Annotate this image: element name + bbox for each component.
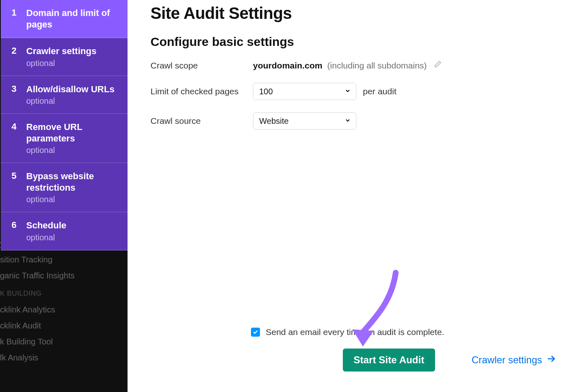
start-site-audit-button[interactable]: Start Site Audit (343, 349, 435, 371)
step-title: Allow/disallow URLs (26, 84, 121, 95)
step-subtitle: optional (26, 96, 121, 106)
step-title: Bypass website restrictions (26, 171, 121, 193)
crawl-source-row: Crawl source Website (150, 112, 556, 130)
wizard-step-domain-limit[interactable]: 1 Domain and limit of pages (1, 0, 128, 38)
next-link-label: Crawler settings (472, 354, 542, 366)
step-subtitle: optional (26, 195, 121, 204)
step-subtitle: optional (26, 59, 121, 68)
crawl-scope-note: (including all subdomains) (327, 61, 427, 70)
wizard-step-bypass-restrictions[interactable]: 5 Bypass website restrictions optional (1, 163, 128, 212)
wizard-step-schedule[interactable]: 6 Schedule optional (1, 212, 128, 251)
step-number: 3 (11, 84, 19, 106)
limit-pages-row: Limit of checked pages 100 per audit (150, 83, 556, 100)
step-title: Schedule (26, 220, 121, 231)
chevron-down-icon (344, 116, 351, 126)
crawl-source-select[interactable]: Website (253, 112, 356, 130)
crawl-source-label: Crawl source (150, 116, 253, 126)
step-subtitle: optional (26, 233, 121, 242)
wizard-step-remove-url-params[interactable]: 4 Remove URL parameters optional (1, 114, 128, 163)
step-subtitle: optional (26, 146, 121, 155)
arrow-right-icon (546, 354, 556, 366)
crawl-scope-value: yourdomain.com (including all subdomains… (253, 60, 442, 71)
wizard-step-list: 1 Domain and limit of pages 2 Crawler se… (1, 0, 128, 251)
crawler-settings-link[interactable]: Crawler settings (472, 354, 556, 366)
settings-footer: Send an email every time an audit is com… (128, 327, 579, 371)
crawl-scope-row: Crawl scope yourdomain.com (including al… (150, 60, 556, 71)
email-notification-row: Send an email every time an audit is com… (251, 327, 556, 337)
step-title: Domain and limit of pages (26, 7, 121, 30)
step-title: Crawler settings (26, 46, 121, 57)
wizard-step-crawler-settings[interactable]: 2 Crawler settings optional (1, 38, 128, 76)
step-number: 4 (11, 121, 19, 155)
crawl-scope-domain: yourdomain.com (253, 61, 322, 70)
wizard-step-allow-disallow-urls[interactable]: 3 Allow/disallow URLs optional (1, 76, 128, 114)
crawl-scope-label: Crawl scope (150, 61, 253, 71)
footer-actions: Start Site Audit Crawler settings (150, 349, 556, 371)
page-title: Site Audit Settings (150, 4, 556, 23)
edit-icon[interactable] (433, 61, 442, 70)
email-checkbox-label: Send an email every time an audit is com… (266, 327, 444, 337)
step-number: 2 (11, 46, 19, 68)
step-number: 1 (11, 7, 19, 30)
crawl-source-value: Website (259, 116, 289, 126)
limit-pages-value: 100 (259, 87, 273, 96)
step-number: 5 (11, 171, 19, 204)
limit-pages-label: Limit of checked pages (150, 87, 253, 96)
limit-pages-suffix: per audit (363, 87, 397, 96)
step-title: Remove URL parameters (26, 121, 121, 144)
chevron-down-icon (344, 87, 351, 96)
section-heading: Configure basic settings (150, 35, 556, 49)
limit-pages-select[interactable]: 100 (253, 83, 356, 100)
step-number: 6 (11, 220, 19, 242)
email-checkbox[interactable] (251, 328, 260, 337)
